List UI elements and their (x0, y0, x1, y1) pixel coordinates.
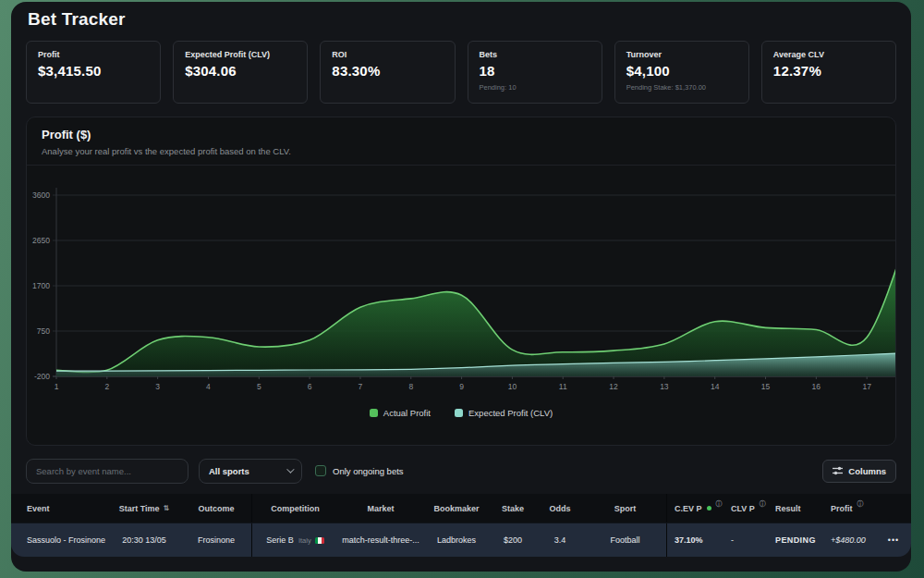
columns-button-label: Columns (848, 466, 886, 476)
bets-table: Event Start Time ⇅ Outcome Competition M… (11, 494, 911, 557)
stat-sub: Pending: 10 (480, 83, 590, 92)
cell-sport: Football (584, 523, 666, 557)
expected-profit-swatch-icon (455, 409, 463, 417)
col-header-cev-p[interactable]: C.EV P ⓘ (666, 494, 723, 523)
cell-cev-p: 37.10% (666, 523, 723, 557)
svg-text:10: 10 (508, 382, 517, 391)
italy-flag-icon (315, 537, 324, 544)
columns-button[interactable]: Columns (822, 460, 896, 483)
page-title: Bet Tracker (28, 9, 896, 30)
sport-filter-value: All sports (209, 466, 249, 476)
svg-text:2: 2 (104, 382, 109, 391)
chart-subtitle: Analyse your real profit vs the expected… (42, 146, 881, 156)
table-header-row: Event Start Time ⇅ Outcome Competition M… (11, 494, 911, 523)
stat-value: 83.30% (332, 63, 443, 79)
col-header-label: C.EV P (675, 504, 702, 513)
chart-title: Profit ($) (42, 128, 881, 141)
svg-text:11: 11 (559, 382, 567, 391)
stat-label: Profit (38, 50, 149, 59)
svg-text:16: 16 (812, 382, 821, 391)
sport-filter-select[interactable]: All sports (199, 459, 302, 484)
cell-start-time: 20:30 13/05 (107, 523, 181, 557)
cell-outcome: Frosinone (181, 523, 251, 557)
cell-market: match-result-three-... (338, 523, 423, 557)
stat-label: Bets (480, 50, 590, 59)
chevron-down-icon (286, 465, 294, 473)
stat-label: Expected Profit (CLV) (185, 50, 296, 59)
green-dot-icon (707, 506, 711, 510)
col-header-event[interactable]: Event (11, 494, 107, 523)
col-header-label: Profit (831, 504, 853, 513)
col-header-result[interactable]: Result (768, 494, 823, 523)
col-header-start-time[interactable]: Start Time ⇅ (107, 494, 181, 523)
row-actions-button[interactable]: ••• (876, 523, 911, 557)
cell-stake: $200 (490, 523, 536, 557)
stat-label: Turnover (626, 50, 737, 59)
cell-result: PENDING (768, 523, 823, 557)
stat-card-average-clv: Average CLV 12.37% (761, 41, 896, 104)
cell-event[interactable]: Sassuolo - Frosinone (11, 523, 107, 557)
svg-text:15: 15 (761, 382, 771, 391)
stat-sub: Pending Stake: $1,370.00 (626, 83, 737, 92)
col-header-competition[interactable]: Competition (251, 494, 338, 523)
stat-card-profit: Profit $3,415.50 (26, 41, 161, 104)
stat-label: ROI (332, 50, 443, 59)
col-header-profit[interactable]: Profit ⓘ (823, 494, 876, 523)
stat-value: $4,100 (626, 63, 737, 79)
table-row[interactable]: Sassuolo - Frosinone 20:30 13/05 Frosino… (11, 523, 911, 557)
chart-body: 360026501700750-200123456789101112131415… (27, 166, 895, 424)
profit-area-chart[interactable]: 360026501700750-200123456789101112131415… (27, 169, 896, 400)
svg-text:1700: 1700 (32, 281, 50, 290)
profit-chart-panel: Profit ($) Analyse your real profit vs t… (26, 117, 896, 446)
stat-card-turnover: Turnover $4,100 Pending Stake: $1,370.00 (614, 41, 749, 104)
col-header-label: CLV P (731, 504, 755, 513)
cell-clv-p: - (723, 523, 768, 557)
competition-name: Serie B (266, 535, 294, 545)
col-header-outcome[interactable]: Outcome (181, 494, 251, 523)
legend-item-actual-profit[interactable]: Actual Profit (370, 408, 431, 418)
stat-value: $3,415.50 (38, 63, 149, 79)
chart-legend: Actual Profit Expected Profit (CLV) (27, 400, 895, 424)
chart-header: Profit ($) Analyse your real profit vs t… (27, 117, 895, 166)
stat-value: $304.06 (185, 63, 296, 79)
col-header-clv-p[interactable]: CLV P ⓘ (723, 494, 768, 523)
ongoing-bets-label: Only ongoing bets (333, 466, 404, 476)
ongoing-bets-checkbox[interactable] (315, 465, 326, 476)
svg-text:12: 12 (609, 382, 618, 391)
col-header-bookmaker[interactable]: Bookmaker (423, 494, 490, 523)
competition-country: Italy (298, 536, 311, 545)
search-input[interactable] (26, 459, 188, 484)
ongoing-bets-filter: Only ongoing bets (315, 465, 404, 476)
svg-text:3600: 3600 (32, 191, 50, 200)
table-controls: All sports Only ongoing bets Columns (26, 458, 896, 484)
stats-row: Profit $3,415.50 Expected Profit (CLV) $… (26, 41, 896, 104)
info-icon[interactable]: ⓘ (857, 499, 864, 509)
col-header-odds[interactable]: Odds (536, 494, 584, 523)
svg-text:5: 5 (257, 382, 261, 391)
cell-odds: 3.4 (536, 523, 584, 557)
legend-label: Expected Profit (CLV) (468, 408, 553, 418)
bet-tracker-app: Bet Tracker Profit $3,415.50 Expected Pr… (11, 2, 911, 572)
col-header-actions (876, 494, 911, 523)
svg-text:2650: 2650 (32, 236, 50, 245)
info-icon[interactable]: ⓘ (716, 499, 723, 509)
cell-competition: Serie B Italy (251, 523, 338, 557)
svg-text:1: 1 (55, 382, 59, 391)
col-header-market[interactable]: Market (338, 494, 423, 523)
cell-profit: +$480.00 (823, 523, 876, 557)
stat-label: Average CLV (773, 50, 884, 59)
legend-item-expected-profit[interactable]: Expected Profit (CLV) (455, 408, 553, 418)
legend-label: Actual Profit (383, 408, 431, 418)
col-header-sport[interactable]: Sport (584, 494, 666, 523)
svg-text:6: 6 (308, 382, 312, 391)
stat-value: 18 (480, 63, 590, 79)
col-header-stake[interactable]: Stake (490, 494, 536, 523)
info-icon[interactable]: ⓘ (760, 499, 766, 509)
svg-text:-200: -200 (34, 372, 50, 381)
stat-value: 12.37% (773, 63, 884, 79)
cell-bookmaker: Ladbrokes (423, 523, 490, 557)
svg-text:13: 13 (660, 382, 669, 391)
sort-icon[interactable]: ⇅ (164, 504, 170, 512)
svg-text:8: 8 (408, 382, 413, 391)
svg-text:14: 14 (711, 382, 720, 391)
